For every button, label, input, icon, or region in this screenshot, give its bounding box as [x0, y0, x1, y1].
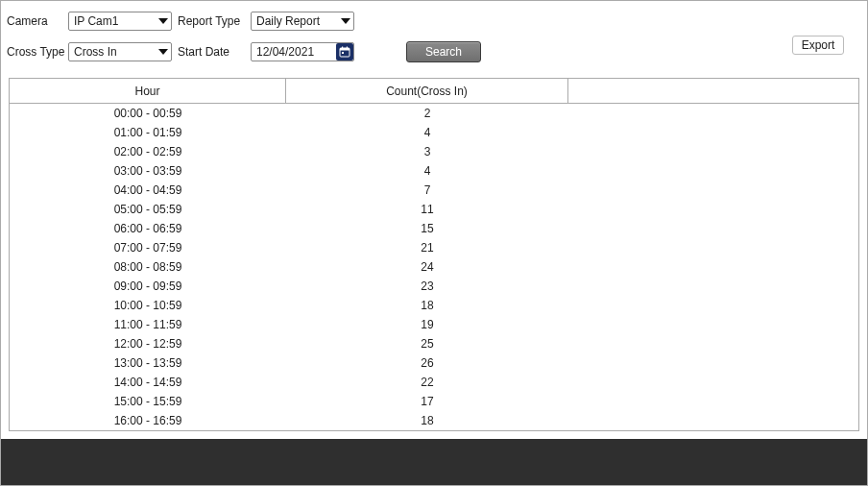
cell-count: 18: [286, 414, 568, 427]
cell-hour: 01:00 - 01:59: [10, 126, 286, 139]
cell-hour: 10:00 - 10:59: [10, 299, 286, 312]
start-date-value: 12/04/2021: [256, 45, 336, 59]
cell-hour: 06:00 - 06:59: [10, 222, 286, 235]
table-row[interactable]: 16:00 - 16:5918: [10, 411, 858, 430]
cell-count: 19: [286, 318, 568, 331]
cross-type-select-value: Cross In: [74, 45, 156, 59]
table-row[interactable]: 09:00 - 09:5923: [10, 277, 858, 296]
cell-count: 18: [286, 299, 568, 312]
export-button-label: Export: [802, 38, 835, 52]
table-row[interactable]: 03:00 - 03:594: [10, 161, 858, 181]
cell-hour: 11:00 - 11:59: [10, 318, 286, 331]
cell-count: 7: [286, 183, 568, 197]
cell-count: 22: [286, 376, 568, 389]
cell-count: 4: [286, 164, 568, 178]
search-button[interactable]: Search: [406, 41, 481, 62]
table-row[interactable]: 04:00 - 04:597: [10, 181, 858, 200]
table-header: Hour Count(Cross In): [10, 79, 858, 104]
table-row[interactable]: 00:00 - 00:592: [10, 104, 858, 123]
table-row[interactable]: 07:00 - 07:5921: [10, 238, 858, 257]
cell-hour: 13:00 - 13:59: [10, 356, 286, 370]
table-row[interactable]: 15:00 - 15:5917: [10, 392, 858, 411]
svg-rect-1: [340, 48, 350, 51]
cell-count: 17: [286, 395, 568, 408]
cell-hour: 09:00 - 09:59: [10, 279, 286, 293]
cell-count: 11: [286, 203, 568, 216]
filter-row-1: Camera IP Cam1 Report Type Daily Report: [7, 9, 861, 34]
filter-row-2: Cross Type Cross In Start Date 12/04/202…: [7, 39, 861, 64]
report-type-label: Report Type: [178, 14, 245, 28]
cell-count: 2: [286, 107, 568, 120]
chevron-down-icon: [156, 12, 171, 30]
cell-count: 25: [286, 337, 568, 351]
table-row[interactable]: 05:00 - 05:5911: [10, 200, 858, 219]
cell-count: 3: [286, 145, 568, 158]
start-date-label: Start Date: [178, 45, 245, 59]
chevron-down-icon: [338, 12, 353, 30]
svg-rect-2: [342, 47, 343, 50]
calendar-icon[interactable]: [336, 43, 353, 61]
table-row[interactable]: 10:00 - 10:5918: [10, 296, 858, 315]
table-row[interactable]: 01:00 - 01:594: [10, 123, 858, 142]
cell-count: 26: [286, 356, 568, 370]
cell-count: 15: [286, 222, 568, 235]
column-header-count: Count(Cross In): [286, 79, 568, 104]
cell-hour: 16:00 - 16:59: [10, 414, 286, 427]
footer-bar: [1, 439, 867, 485]
report-type-select-value: Daily Report: [256, 14, 338, 28]
camera-select-value: IP Cam1: [74, 14, 156, 28]
svg-rect-3: [347, 47, 348, 50]
table-row[interactable]: 02:00 - 02:593: [10, 142, 858, 161]
cross-type-label: Cross Type: [7, 45, 62, 59]
svg-rect-4: [342, 52, 344, 54]
cell-hour: 12:00 - 12:59: [10, 337, 286, 351]
cell-hour: 14:00 - 14:59: [10, 376, 286, 389]
table-row[interactable]: 14:00 - 14:5922: [10, 373, 858, 392]
cell-hour: 02:00 - 02:59: [10, 145, 286, 158]
cell-hour: 15:00 - 15:59: [10, 395, 286, 408]
column-header-hour: Hour: [10, 79, 286, 104]
cell-hour: 03:00 - 03:59: [10, 164, 286, 178]
chevron-down-icon: [156, 43, 171, 61]
camera-select[interactable]: IP Cam1: [68, 12, 172, 31]
cell-hour: 08:00 - 08:59: [10, 260, 286, 274]
cell-count: 21: [286, 241, 568, 255]
table-row[interactable]: 12:00 - 12:5925: [10, 334, 858, 353]
cross-type-select[interactable]: Cross In: [68, 42, 172, 61]
export-button[interactable]: Export: [792, 36, 844, 55]
table-row[interactable]: 13:00 - 13:5926: [10, 353, 858, 373]
camera-label: Camera: [7, 14, 62, 28]
search-button-label: Search: [425, 45, 462, 59]
cell-count: 23: [286, 279, 568, 293]
app-root: Camera IP Cam1 Report Type Daily Report …: [0, 0, 868, 486]
table-row[interactable]: 08:00 - 08:5924: [10, 257, 858, 277]
cell-hour: 05:00 - 05:59: [10, 203, 286, 216]
start-date-input[interactable]: 12/04/2021: [251, 42, 354, 61]
cell-hour: 04:00 - 04:59: [10, 183, 286, 197]
table-row[interactable]: 06:00 - 06:5915: [10, 219, 858, 238]
results-table: Hour Count(Cross In) 00:00 - 00:59201:00…: [9, 78, 859, 431]
cell-count: 4: [286, 126, 568, 139]
cell-count: 24: [286, 260, 568, 274]
table-row[interactable]: 11:00 - 11:5919: [10, 315, 858, 334]
table-body[interactable]: 00:00 - 00:59201:00 - 01:59402:00 - 02:5…: [10, 104, 858, 430]
report-type-select[interactable]: Daily Report: [251, 12, 354, 31]
cell-hour: 00:00 - 00:59: [10, 107, 286, 120]
cell-hour: 07:00 - 07:59: [10, 241, 286, 255]
filter-bar: Camera IP Cam1 Report Type Daily Report …: [1, 1, 867, 68]
